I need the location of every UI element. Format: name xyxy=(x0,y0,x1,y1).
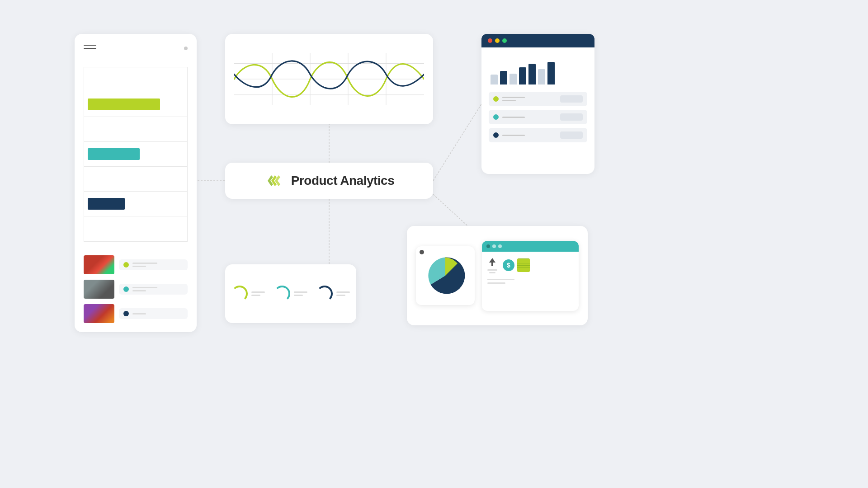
mini-bar xyxy=(547,62,555,84)
spinners-card xyxy=(225,264,356,323)
browser-bar-chart-card xyxy=(481,34,594,174)
dollar-stack: $ xyxy=(502,258,530,272)
browser-tag xyxy=(560,95,583,103)
list-item-detail xyxy=(119,259,188,270)
hamburger-icon xyxy=(84,45,188,49)
browser-dot-yellow xyxy=(495,38,500,43)
mini-bar xyxy=(509,74,517,84)
dot-teal xyxy=(123,286,129,292)
svg-line-1 xyxy=(433,104,481,181)
mini-bar-chart xyxy=(489,55,587,86)
browser-list-item xyxy=(489,110,587,124)
bottom-right-analytics-card: $ xyxy=(407,226,588,325)
list-item xyxy=(84,304,188,323)
mini-bar xyxy=(528,64,536,84)
mini-bar xyxy=(519,67,526,84)
pie-dot xyxy=(420,250,424,254)
bar-row-teal xyxy=(84,142,187,167)
spinner-group-lime xyxy=(231,286,265,302)
bar-navy xyxy=(88,198,125,210)
spinner-lines xyxy=(294,291,307,296)
dot-navy xyxy=(123,311,129,316)
browser-dot-red xyxy=(488,38,492,43)
bar-lime xyxy=(88,99,160,110)
mini-bar xyxy=(491,75,498,84)
line-placeholder xyxy=(487,269,497,271)
thumbnail-2 xyxy=(84,280,114,299)
arrow-up-svg xyxy=(488,257,496,268)
svg-rect-13 xyxy=(491,263,493,266)
bar-row-empty xyxy=(84,67,187,92)
pie-chart-svg xyxy=(425,255,466,296)
spinner-group-navy xyxy=(316,286,350,302)
browser-sub-header xyxy=(482,241,579,252)
bar-row-lime xyxy=(84,92,187,117)
line-placeholder xyxy=(487,279,514,280)
mini-bar xyxy=(538,69,545,84)
dot-navy xyxy=(493,132,499,138)
product-analytics-logo xyxy=(264,171,284,191)
pie-chart-subcard xyxy=(416,246,475,305)
browser-tag xyxy=(560,131,583,139)
revenue-browser-subcard: $ xyxy=(482,241,579,311)
text-lines xyxy=(502,135,557,136)
list-item-detail xyxy=(119,308,188,319)
thumbnail-1 xyxy=(84,255,114,274)
text-placeholder xyxy=(132,287,157,291)
browser-list-item xyxy=(489,92,587,106)
dot-lime xyxy=(123,262,129,267)
browser-dot-light xyxy=(492,244,496,248)
browser-tag xyxy=(560,113,583,121)
bar-teal xyxy=(88,148,140,160)
spinner-teal xyxy=(274,286,290,302)
product-analytics-badge: Product Analytics xyxy=(225,163,433,199)
dollar-icon: $ xyxy=(502,258,515,272)
spinner-lines xyxy=(251,291,265,296)
svg-marker-12 xyxy=(489,258,495,263)
text-placeholder xyxy=(132,263,157,267)
spinner-lime xyxy=(231,286,248,302)
browser-list xyxy=(489,92,587,142)
browser-dot-green xyxy=(502,38,507,43)
browser-body xyxy=(481,47,594,146)
bar-row-empty2 xyxy=(84,117,187,142)
browser-sub-body: $ xyxy=(482,252,579,279)
horizontal-bar-chart xyxy=(84,67,188,242)
text-placeholder xyxy=(132,313,146,314)
line-placeholder xyxy=(489,272,495,273)
list-item xyxy=(84,280,188,299)
money-stack-visual xyxy=(517,258,530,272)
mini-bar xyxy=(500,71,507,84)
browser-sub-lines xyxy=(482,279,579,284)
text-lines xyxy=(502,117,557,118)
dot-lime xyxy=(493,96,499,102)
list-item-detail xyxy=(119,284,188,295)
browser-dot-dark xyxy=(486,244,490,248)
list-item xyxy=(84,255,188,274)
thumbnail-3 xyxy=(84,304,114,323)
status-dot xyxy=(184,47,188,50)
bar-row-empty3 xyxy=(84,167,187,192)
spinner-navy xyxy=(316,286,333,302)
wave-chart-card xyxy=(225,34,433,124)
browser-header xyxy=(481,34,594,47)
wave-chart-svg xyxy=(234,43,424,115)
mobile-mockup-card xyxy=(75,34,197,332)
image-list xyxy=(84,255,188,323)
bar-row-navy xyxy=(84,192,187,216)
arrow-up-icon xyxy=(487,257,497,273)
browser-dot-light xyxy=(498,244,502,248)
spinner-lines xyxy=(336,291,350,296)
dot-teal xyxy=(493,114,499,120)
badge-title: Product Analytics xyxy=(291,174,395,188)
bar-row-empty4 xyxy=(84,216,187,241)
text-lines xyxy=(502,97,557,101)
browser-list-item xyxy=(489,128,587,142)
spinner-group-teal xyxy=(274,286,307,302)
line-placeholder xyxy=(487,282,505,284)
